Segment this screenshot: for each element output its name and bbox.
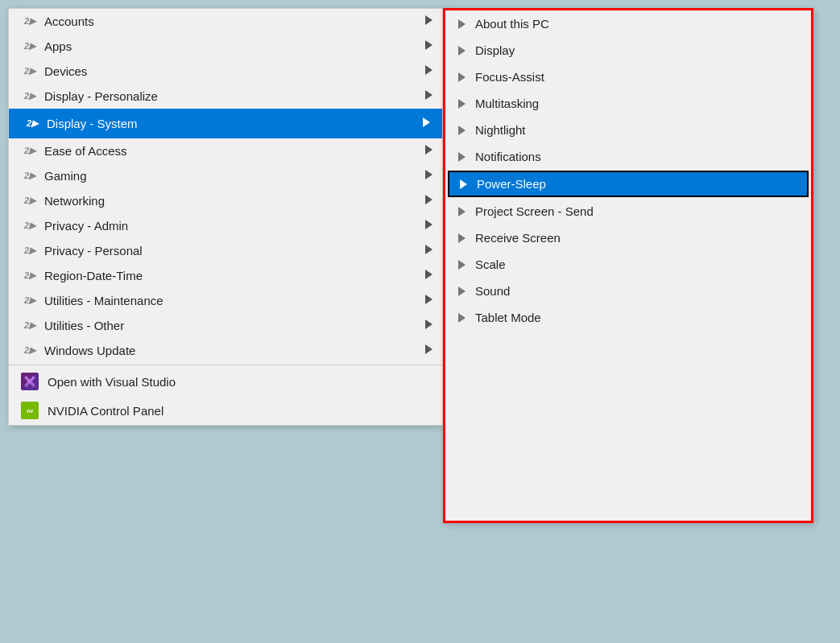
visual-studio-icon [19,373,41,390]
right-menu-item-about-pc[interactable]: About this PC [445,10,811,37]
right-menu-item-sound[interactable]: Sound [445,278,811,304]
chevron-right-icon [425,195,432,207]
menu-item-label: Privacy - Personal [44,244,422,258]
menu-item-label: Networking [44,194,422,208]
arrow-icon [458,99,466,109]
right-menu-item-scale[interactable]: Scale [445,251,811,278]
right-menu-item-display[interactable]: Display [445,37,811,64]
right-menu-item-label: Project Screen - Send [475,204,594,218]
2arrow-icon: 2▶ [19,41,41,52]
svg-marker-1 [24,379,35,387]
2arrow-icon: 2▶ [19,16,41,27]
2arrow-icon: 2▶ [19,221,41,231]
menu-item-label: Accounts [44,14,422,28]
menu-item-label: Ease of Access [44,144,422,158]
right-menu-item-label: Receive Screen [475,231,561,245]
left-menu-item-gaming[interactable]: 2▶Gaming [9,163,442,188]
arrow-icon [458,313,466,323]
chevron-right-icon [425,270,432,282]
arrow-icon [458,233,466,243]
menu-item-label: Apps [44,39,422,53]
left-menu-item-apps[interactable]: 2▶Apps [9,34,442,59]
chevron-right-icon [425,40,432,52]
right-menu-item-nightlight[interactable]: Nightlight [445,117,811,143]
right-menu-item-label: Focus-Assist [475,70,544,84]
chevron-right-icon [425,344,432,357]
2arrow-icon: 2▶ [19,146,41,156]
arrow-icon [458,46,466,56]
left-menu-item-region-date-time[interactable]: 2▶Region-Date-Time [9,263,442,288]
right-menu-item-label: Notifications [475,150,541,163]
arrow-icon [458,286,466,296]
active-item-highlight: 2▶Display - System [9,109,442,138]
left-menu-item-networking[interactable]: 2▶Networking [9,188,442,213]
left-panel: 2▶Accounts2▶Apps2▶Devices2▶Display - Per… [8,8,443,426]
right-menu-item-label: About this PC [475,17,549,31]
2arrow-icon: 2▶ [19,196,41,206]
arrow-icon [458,19,466,29]
left-menu-item-ease-of-access[interactable]: 2▶Ease of Access [9,138,442,163]
2arrow-icon: 2▶ [19,345,41,356]
arrow-icon [458,72,466,82]
menu-item-label: NVIDIA Control Panel [48,404,432,418]
left-menu-item-display-system[interactable]: 2▶Display - System [11,111,440,136]
menu-item-label: Privacy - Admin [44,219,422,233]
right-menu-item-multitasking[interactable]: Multitasking [445,90,811,117]
menu-item-label: Region-Date-Time [44,269,422,282]
right-panel: About this PCDisplayFocus-AssistMultitas… [443,8,813,523]
left-menu-item-privacy-admin[interactable]: 2▶Privacy - Admin [9,213,442,238]
right-menu-item-tablet-mode[interactable]: Tablet Mode [445,304,811,331]
chevron-right-icon [425,145,432,157]
left-menu-item-nvidia[interactable]: nv NVIDIA Control Panel [9,396,442,425]
chevron-right-icon [425,220,432,232]
left-menu-item-utilities-other[interactable]: 2▶Utilities - Other [9,313,442,338]
chevron-right-icon [423,117,430,130]
left-menu-item-display-personalize[interactable]: 2▶Display - Personalize [9,84,442,109]
2arrow-icon: 2▶ [19,295,41,306]
2arrow-icon: 2▶ [19,171,41,181]
chevron-right-icon [425,65,432,77]
2arrow-icon: 2▶ [19,320,41,331]
menu-item-label: Open with Visual Studio [48,375,432,389]
left-menu-item-windows-update[interactable]: 2▶Windows Update [9,338,442,363]
left-menu-item-privacy-personal[interactable]: 2▶Privacy - Personal [9,238,442,263]
left-menu-item-accounts[interactable]: 2▶Accounts [9,9,442,34]
left-menu-item-open-vs[interactable]: Open with Visual Studio [9,367,442,396]
menu-divider [9,365,442,365]
right-menu-item-label: Nightlight [475,123,526,137]
nvidia-icon: nv [19,402,41,419]
menu-item-label: Utilities - Other [44,319,422,332]
svg-text:nv: nv [27,408,33,414]
chevron-right-icon [425,295,432,307]
2arrow-icon: 2▶ [21,118,43,129]
arrow-icon [458,207,466,216]
right-menu-item-focus-assist[interactable]: Focus-Assist [445,64,811,90]
right-menu-item-label: Power-Sleep [477,177,546,191]
2arrow-icon: 2▶ [19,66,41,76]
arrow-icon [458,126,466,135]
chevron-right-icon [425,170,432,182]
2arrow-icon: 2▶ [19,270,41,281]
chevron-right-icon [425,90,432,102]
chevron-right-icon [425,245,432,257]
right-menu-item-label: Tablet Mode [475,311,541,324]
arrow-icon [458,152,466,162]
menu-item-label: Windows Update [44,344,422,357]
menu-item-label: Display - Personalize [44,89,422,103]
left-menu-item-devices[interactable]: 2▶Devices [9,59,442,84]
arrow-icon [458,260,466,270]
menu-item-label: Devices [44,64,422,78]
2arrow-icon: 2▶ [19,91,41,101]
chevron-right-icon [425,15,432,27]
right-menu-item-label: Scale [475,258,506,271]
right-menu-item-notifications[interactable]: Notifications [445,143,811,170]
right-menu-item-project-screen-send[interactable]: Project Screen - Send [445,198,811,225]
right-menu-item-receive-screen[interactable]: Receive Screen [445,225,811,251]
right-menu-item-power-sleep[interactable]: Power-Sleep [448,171,809,197]
right-menu-item-label: Display [475,43,515,57]
left-menu-item-utilities-maintenance[interactable]: 2▶Utilities - Maintenance [9,288,442,313]
menu-item-label: Utilities - Maintenance [44,294,422,307]
menu-item-label: Display - System [47,117,420,130]
chevron-right-icon [425,319,432,332]
right-menu-item-label: Multitasking [475,97,539,110]
